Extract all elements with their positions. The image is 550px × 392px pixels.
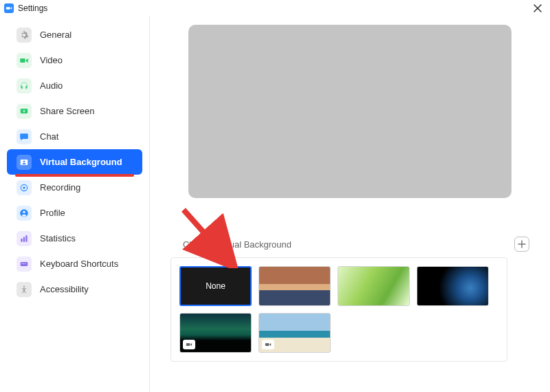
video-badge-icon <box>183 340 195 349</box>
sidebar-item-label: Virtual Background <box>40 157 122 167</box>
recording-icon <box>16 180 32 195</box>
profile-icon <box>16 206 32 221</box>
close-button[interactable] <box>529 0 546 17</box>
sidebar-item-recording[interactable]: Recording <box>7 175 142 200</box>
sidebar-item-label: Recording <box>40 182 80 193</box>
video-preview <box>188 25 512 198</box>
svg-rect-12 <box>23 263 24 263</box>
section-title: Choose Virtual Background <box>183 239 292 250</box>
svg-point-6 <box>23 210 25 213</box>
section-header-row: Choose Virtual Background <box>168 237 532 257</box>
sidebar-item-label: Statistics <box>40 233 76 243</box>
sidebar-item-label: Audio <box>40 80 63 91</box>
sidebar-item-keyboard-shortcuts[interactable]: Keyboard Shortcuts <box>7 251 142 276</box>
sidebar-item-label: Keyboard Shortcuts <box>40 259 118 269</box>
background-thumb-grass[interactable] <box>338 266 410 306</box>
content-body: General Video Audio Share Screen Chat <box>0 17 550 392</box>
svg-rect-7 <box>21 239 22 242</box>
gear-icon <box>16 28 32 43</box>
sidebar-item-general[interactable]: General <box>7 22 142 47</box>
sidebar-item-chat[interactable]: Chat <box>7 124 142 149</box>
sidebar-item-video[interactable]: Video <box>7 47 142 73</box>
titlebar: Settings <box>0 0 550 17</box>
share-screen-icon <box>16 104 32 119</box>
svg-rect-9 <box>25 235 27 241</box>
keyboard-icon <box>16 257 32 272</box>
sidebar-item-label: Share Screen <box>40 106 95 116</box>
chat-icon <box>16 129 32 144</box>
main-content: Choose Virtual Background None <box>150 17 550 392</box>
sidebar-item-label: Video <box>40 55 63 65</box>
sidebar-item-label: Accessibility <box>40 284 89 294</box>
svg-point-4 <box>23 186 25 189</box>
background-thumb-earth[interactable] <box>417 266 489 306</box>
highlight-underline <box>15 174 134 177</box>
add-background-button[interactable] <box>514 237 529 252</box>
svg-rect-8 <box>23 237 25 241</box>
titlebar-left: Settings <box>4 3 47 13</box>
sidebar: General Video Audio Share Screen Chat <box>0 17 150 392</box>
sidebar-item-label: Profile <box>40 208 65 218</box>
background-thumb-beach[interactable] <box>258 313 331 353</box>
svg-point-14 <box>23 285 25 287</box>
headphones-icon <box>16 78 32 94</box>
sidebar-item-label: Chat <box>40 131 58 142</box>
camera-icon <box>16 53 32 68</box>
background-thumb-bridge[interactable] <box>258 266 331 306</box>
virtual-background-icon <box>16 155 32 170</box>
sidebar-item-accessibility[interactable]: Accessibility <box>7 276 142 302</box>
window-title: Settings <box>18 3 47 13</box>
statistics-icon <box>16 231 32 246</box>
svg-point-2 <box>23 160 25 162</box>
sidebar-item-share-screen[interactable]: Share Screen <box>7 98 142 124</box>
sidebar-item-statistics[interactable]: Statistics <box>7 226 142 251</box>
close-icon <box>534 4 542 12</box>
accessibility-icon <box>16 282 32 297</box>
thumb-none-label: None <box>206 281 226 291</box>
video-badge-icon <box>262 340 274 349</box>
background-thumb-aurora[interactable] <box>179 313 252 353</box>
svg-rect-13 <box>25 263 25 263</box>
sidebar-item-virtual-background[interactable]: Virtual Background <box>7 149 142 175</box>
background-thumbnail-panel: None <box>170 257 507 362</box>
sidebar-item-profile[interactable]: Profile <box>7 200 142 226</box>
background-thumbnail-grid: None <box>179 266 498 353</box>
app-icon <box>4 3 14 13</box>
svg-rect-11 <box>22 263 23 263</box>
sidebar-item-label: General <box>40 30 72 40</box>
sidebar-item-audio[interactable]: Audio <box>7 73 142 98</box>
background-thumb-none[interactable]: None <box>179 266 252 306</box>
plus-icon <box>518 240 526 248</box>
